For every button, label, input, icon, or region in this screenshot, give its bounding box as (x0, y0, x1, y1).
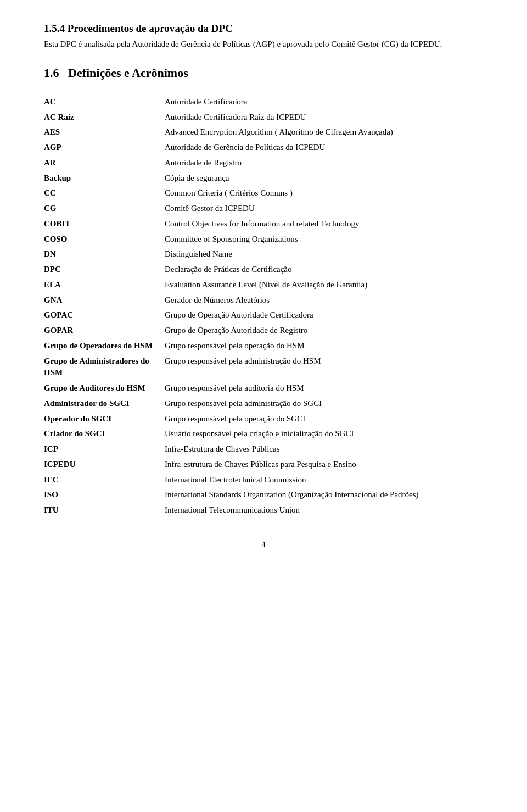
acronym-definition: Grupo responsável pela auditoria do HSM (165, 381, 483, 396)
acronym-definition: Grupo responsável pela administração do … (165, 354, 483, 381)
acronym-definition: Infra-Estrutura de Chaves Públicas (165, 442, 483, 457)
table-row: CCCommon Criteria ( Critérios Comuns ) (44, 186, 483, 201)
acronym-definition: Distinguished Name (165, 247, 483, 262)
subsection-number-title: 1.6 Definições e Acrônimos (44, 65, 483, 81)
acronym-abbr: COSO (44, 232, 165, 247)
acronym-abbr: Grupo de Administradores do HSM (44, 354, 165, 381)
table-row: IECInternational Electrotechnical Commis… (44, 472, 483, 488)
table-row: Grupo de Auditores do HSMGrupo responsáv… (44, 381, 483, 396)
page-number: 4 (44, 540, 483, 549)
acronym-definition: Infra-estrutura de Chaves Públicas para … (165, 457, 483, 472)
table-row: Administrador do SGCIGrupo responsável p… (44, 396, 483, 411)
table-row: ARAutoridade de Registro (44, 155, 483, 171)
table-row: Criador do SGCIUsuário responsável pela … (44, 426, 483, 442)
acronym-abbr: ICP (44, 442, 165, 457)
acronym-definition: Comitê Gestor da ICPEDU (165, 201, 483, 216)
acronym-definition: Gerador de Números Aleatórios (165, 293, 483, 308)
table-row: ELAEvaluation Assurance Level (Nível de … (44, 277, 483, 293)
acronym-abbr: ISO (44, 487, 165, 503)
section-number: 1.5.4 (44, 23, 65, 34)
acronym-definition: Cópia de segurança (165, 171, 483, 186)
table-row: GOPACGrupo de Operação Autoridade Certif… (44, 308, 483, 323)
intro-paragraph: Esta DPC é analisada pela Autoridade de … (44, 38, 483, 51)
table-row: COSOCommittee of Sponsoring Organization… (44, 232, 483, 247)
acronym-table: ACAutoridade CertificadoraAC RaizAutorid… (44, 94, 483, 518)
acronym-abbr: CC (44, 186, 165, 201)
acronym-abbr: GOPAC (44, 308, 165, 323)
acronym-abbr: Backup (44, 171, 165, 186)
section-header: 1.5.4 Procedimentos de aprovação da DPC (44, 22, 483, 36)
acronym-abbr: Grupo de Auditores do HSM (44, 381, 165, 396)
section-title-text: Procedimentos de aprovação da DPC (68, 23, 233, 34)
acronym-abbr: ICPEDU (44, 457, 165, 472)
acronym-abbr: DN (44, 247, 165, 262)
acronym-abbr: AES (44, 125, 165, 140)
acronym-definition: International Standards Organization (Or… (165, 487, 483, 503)
acronym-definition: Grupo responsável pela administração do … (165, 396, 483, 411)
acronym-abbr: Criador do SGCI (44, 426, 165, 442)
acronym-definition: Grupo responsável pela operação do SGCI (165, 411, 483, 427)
table-row: ITUInternational Telecommunications Unio… (44, 503, 483, 518)
acronym-definition: Declaração de Práticas de Certificação (165, 262, 483, 277)
table-row: DNDistinguished Name (44, 247, 483, 262)
acronym-abbr: AC Raiz (44, 110, 165, 125)
acronym-definition: Grupo responsável pela operação do HSM (165, 338, 483, 354)
acronym-abbr: AC (44, 94, 165, 110)
table-row: ICPEDUInfra-estrutura de Chaves Públicas… (44, 457, 483, 472)
acronym-definition: Evaluation Assurance Level (Nível de Ava… (165, 277, 483, 293)
acronym-abbr: GOPAR (44, 323, 165, 338)
table-row: Grupo de Administradores do HSMGrupo res… (44, 354, 483, 381)
acronym-abbr: CG (44, 201, 165, 216)
acronym-definition: Autoridade de Gerência de Políticas da I… (165, 140, 483, 155)
acronym-abbr: ELA (44, 277, 165, 293)
acronym-definition: Usuário responsável pela criação e inici… (165, 426, 483, 442)
acronym-definition: Committee of Sponsoring Organizations (165, 232, 483, 247)
table-row: Operador do SGCIGrupo responsável pela o… (44, 411, 483, 427)
acronym-abbr: DPC (44, 262, 165, 277)
table-row: ICPInfra-Estrutura de Chaves Públicas (44, 442, 483, 457)
table-row: GOPARGrupo de Operação Autoridade de Reg… (44, 323, 483, 338)
acronym-definition: Autoridade Certificadora (165, 94, 483, 110)
subsection-title-text: Definições e Acrônimos (68, 66, 188, 80)
table-row: AESAdvanced Encryption Algorithm ( Algor… (44, 125, 483, 140)
acronym-definition: Control Objectives for Information and r… (165, 216, 483, 232)
table-row: AGPAutoridade de Gerência de Políticas d… (44, 140, 483, 155)
acronym-abbr: Grupo de Operadores do HSM (44, 338, 165, 354)
table-row: COBITControl Objectives for Information … (44, 216, 483, 232)
acronym-definition: Grupo de Operação Autoridade Certificado… (165, 308, 483, 323)
subsection-number: 1.6 (44, 66, 59, 80)
acronym-definition: International Telecommunications Union (165, 503, 483, 518)
table-row: GNAGerador de Números Aleatórios (44, 293, 483, 308)
table-row: CGComitê Gestor da ICPEDU (44, 201, 483, 216)
acronym-abbr: IEC (44, 472, 165, 488)
table-row: ISOInternational Standards Organization … (44, 487, 483, 503)
acronym-definition: Autoridade Certificadora Raiz da ICPEDU (165, 110, 483, 125)
acronym-definition: Advanced Encryption Algorithm ( Algorítm… (165, 125, 483, 140)
acronym-abbr: AR (44, 155, 165, 171)
table-row: BackupCópia de segurança (44, 171, 483, 186)
acronym-definition: Common Criteria ( Critérios Comuns ) (165, 186, 483, 201)
table-row: AC RaizAutoridade Certificadora Raiz da … (44, 110, 483, 125)
acronym-abbr: AGP (44, 140, 165, 155)
table-row: Grupo de Operadores do HSMGrupo responsá… (44, 338, 483, 354)
acronym-abbr: Operador do SGCI (44, 411, 165, 427)
table-row: ACAutoridade Certificadora (44, 94, 483, 110)
acronym-abbr: GNA (44, 293, 165, 308)
table-row: DPCDeclaração de Práticas de Certificaçã… (44, 262, 483, 277)
section-number-title: 1.5.4 Procedimentos de aprovação da DPC (44, 22, 483, 36)
subsection-header: 1.6 Definições e Acrônimos (44, 65, 483, 81)
acronym-definition: International Electrotechnical Commissio… (165, 472, 483, 488)
acronym-definition: Grupo de Operação Autoridade de Registro (165, 323, 483, 338)
acronym-abbr: COBIT (44, 216, 165, 232)
acronym-definition: Autoridade de Registro (165, 155, 483, 171)
acronym-abbr: Administrador do SGCI (44, 396, 165, 411)
acronym-abbr: ITU (44, 503, 165, 518)
